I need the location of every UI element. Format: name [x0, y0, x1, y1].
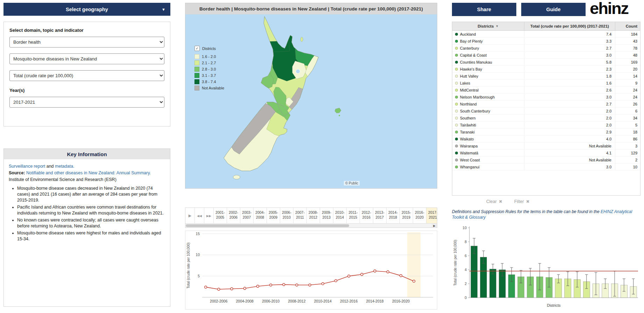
table-row[interactable]: Whanganui3.010	[452, 163, 640, 170]
count-cell: 184	[615, 31, 640, 37]
new-zealand-choropleth-map[interactable]	[185, 14, 437, 188]
scrollbar-thumb[interactable]	[186, 224, 349, 227]
table-row[interactable]: Capital & Coast3.048	[452, 52, 640, 59]
trend-point-2017-2021[interactable]	[413, 280, 415, 282]
value-cell: 2.0	[524, 122, 615, 128]
time-slider-year[interactable]: 2006-2010	[280, 208, 293, 224]
metadata-link[interactable]: metadata.	[55, 164, 75, 169]
count-cell: 129	[615, 150, 640, 156]
count-column-header[interactable]: Count	[615, 22, 640, 30]
table-row[interactable]: Nelson Marlborough3.024	[452, 94, 640, 101]
play-button[interactable]: ▶	[185, 208, 195, 224]
district-bar-chart[interactable]: 0246810DistrictsTotal (crude rate per 10…	[452, 224, 641, 311]
legend-label: 2.1 - 2.7	[202, 61, 216, 65]
trend-point-2001-2005[interactable]	[205, 286, 207, 288]
trend-point-2010-2014[interactable]	[321, 283, 324, 285]
districts-column-header[interactable]: Districts ▼	[452, 22, 524, 30]
table-row[interactable]: Auckland7.4184	[452, 31, 640, 38]
district-cell: Waitematā	[452, 150, 524, 156]
value-cell: 7.4	[524, 31, 615, 37]
map-region-taranaki[interactable]	[258, 73, 274, 89]
table-row[interactable]: WairarapaNot Available3	[452, 143, 640, 150]
time-slider-year[interactable]: 2017-2021	[426, 208, 437, 224]
time-slider-year[interactable]: 2015-2019	[400, 208, 413, 224]
trend-point-2005-2009[interactable]	[256, 285, 259, 287]
trend-point-2006-2010[interactable]	[270, 284, 272, 286]
topic-select[interactable]: Mosquito-borne diseases in New Zealand	[9, 53, 164, 64]
time-slider-year[interactable]: 2007-2011	[293, 208, 307, 224]
scrollbar-right-arrow-icon[interactable]: ▶	[432, 224, 437, 228]
table-row[interactable]: Lakes1.69	[452, 80, 640, 87]
trend-point-2014-2018[interactable]	[374, 270, 376, 272]
trend-point-2004-2008[interactable]	[243, 287, 246, 290]
trend-point-2016-2020[interactable]	[400, 275, 402, 277]
time-slider-year[interactable]: 2016-2020	[413, 208, 426, 224]
trend-point-2011-2015[interactable]	[335, 279, 337, 282]
trend-point-2002-2006[interactable]	[218, 288, 220, 291]
time-slider-year[interactable]: 2004-2008	[254, 208, 267, 224]
sort-icon[interactable]: ▼	[496, 24, 499, 28]
district-name: Waitematā	[460, 151, 478, 155]
trend-point-2013-2017[interactable]	[361, 273, 363, 276]
district-name: Auckland	[460, 32, 476, 36]
map-region-chatham[interactable]	[335, 108, 341, 113]
district-class-dot	[455, 89, 458, 92]
table-row[interactable]: Canterbury2.778	[452, 45, 640, 52]
time-slider-year[interactable]: 2014-2018	[387, 208, 400, 224]
indicator-select[interactable]: Total (crude rate per 100,000)	[9, 70, 164, 81]
time-slider-year[interactable]: 2003-2007	[240, 208, 254, 224]
filter-button[interactable]: Filter ✖	[514, 199, 530, 204]
trend-point-2008-2012[interactable]	[296, 284, 298, 286]
table-row[interactable]: Hawke's Bay2.320	[452, 66, 640, 73]
table-row[interactable]: Bay of Plenty3.343	[452, 38, 640, 45]
district-cell: Nelson Marlborough	[452, 94, 524, 100]
selected-period-highlight	[407, 232, 420, 297]
trend-point-2012-2016[interactable]	[348, 275, 350, 277]
time-slider-year[interactable]: 2002-2006	[227, 208, 240, 224]
time-slider-year[interactable]: 2010-2014	[333, 208, 347, 224]
clear-button[interactable]: Clear ✖	[486, 199, 502, 204]
table-row[interactable]: Waikato4.086	[452, 136, 640, 143]
surveillance-report-link[interactable]: Surveillance report	[9, 164, 45, 169]
table-row[interactable]: Hutt Valley1.814	[452, 73, 640, 80]
year-select[interactable]: 2017-2021	[9, 97, 164, 108]
time-slider-year[interactable]: 2005-2009	[267, 208, 280, 224]
legend-swatch	[194, 67, 199, 72]
svg-text:4: 4	[465, 268, 467, 272]
share-button[interactable]: Share	[452, 3, 516, 16]
table-row[interactable]: Counties Manukau5.8169	[452, 59, 640, 66]
step-forward-button[interactable]: ▶▶	[204, 208, 214, 224]
trend-point-2009-2013[interactable]	[309, 284, 311, 286]
district-name: Waikato	[460, 137, 474, 141]
count-cell: 20	[615, 66, 640, 72]
filter-x-icon: ✖	[526, 199, 530, 204]
source-link[interactable]: Notifiable and other diseases in New Zea…	[26, 170, 151, 175]
table-row[interactable]: West CoastNot Available2	[452, 156, 640, 163]
table-row[interactable]: Taranaki2.918	[452, 129, 640, 136]
time-slider-year[interactable]: 2012-2016	[360, 208, 373, 224]
time-slider-year[interactable]: 2011-2015	[347, 208, 360, 224]
table-row[interactable]: South Canterbury2.06	[452, 108, 640, 115]
table-row[interactable]: Tairāwhiti2.05	[452, 122, 640, 129]
time-slider-scrollbar[interactable]: ▶	[185, 223, 437, 227]
select-geography-button[interactable]: Select geography ▼	[3, 3, 170, 16]
trend-point-2015-2019[interactable]	[387, 271, 389, 273]
trend-point-2003-2007[interactable]	[231, 287, 233, 290]
table-row[interactable]: Southern2.034	[452, 115, 640, 122]
table-row[interactable]: Northland2.726	[452, 101, 640, 108]
districts-checkbox[interactable]: ✓	[194, 46, 200, 51]
time-slider-year[interactable]: 2008-2012	[307, 208, 320, 224]
guide-button[interactable]: Guide	[521, 3, 586, 16]
domain-select[interactable]: Border health	[9, 37, 164, 48]
legend-item: 3.1 - 3.7	[194, 73, 224, 78]
time-slider-year[interactable]: 2013-2017	[373, 208, 387, 224]
district-class-dot	[455, 61, 458, 64]
time-slider-year[interactable]: 2001-2005	[214, 208, 227, 224]
value-column-header[interactable]: Total (crude rate per 100,000) (2017-202…	[524, 22, 615, 30]
table-row[interactable]: MidCentral2.624	[452, 87, 640, 94]
time-slider-year[interactable]: 2009-2013	[320, 208, 333, 224]
step-back-button[interactable]: ◀◀	[195, 208, 204, 224]
trend-point-2007-2011[interactable]	[283, 283, 285, 286]
trend-line-chart[interactable]: 510152002-20062004-20082006-20102008-201…	[185, 231, 437, 309]
table-row[interactable]: Waitematā4.1129	[452, 150, 640, 156]
